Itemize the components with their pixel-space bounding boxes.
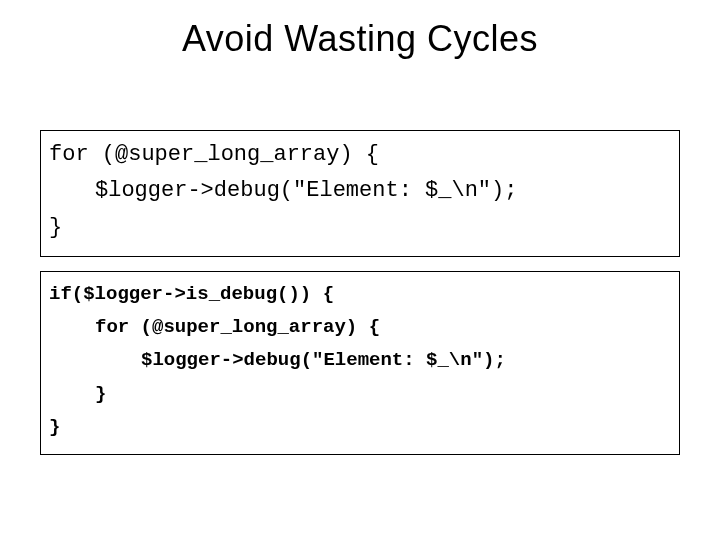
code-line: if($logger->is_debug()) { bbox=[49, 278, 671, 311]
slide-title: Avoid Wasting Cycles bbox=[0, 0, 720, 60]
code-line: for (@super_long_array) { bbox=[49, 311, 671, 344]
code-line: } bbox=[49, 411, 671, 444]
code-box-good: if($logger->is_debug()) { for (@super_lo… bbox=[40, 271, 680, 455]
code-line: for (@super_long_array) { bbox=[49, 137, 671, 173]
code-box-bad: for (@super_long_array) { $logger->debug… bbox=[40, 130, 680, 257]
code-line: } bbox=[49, 378, 671, 411]
code-line: } bbox=[49, 210, 671, 246]
code-line: $logger->debug("Element: $_\n"); bbox=[49, 344, 671, 377]
code-line: $logger->debug("Element: $_\n"); bbox=[49, 173, 671, 209]
slide: Avoid Wasting Cycles for (@super_long_ar… bbox=[0, 0, 720, 540]
